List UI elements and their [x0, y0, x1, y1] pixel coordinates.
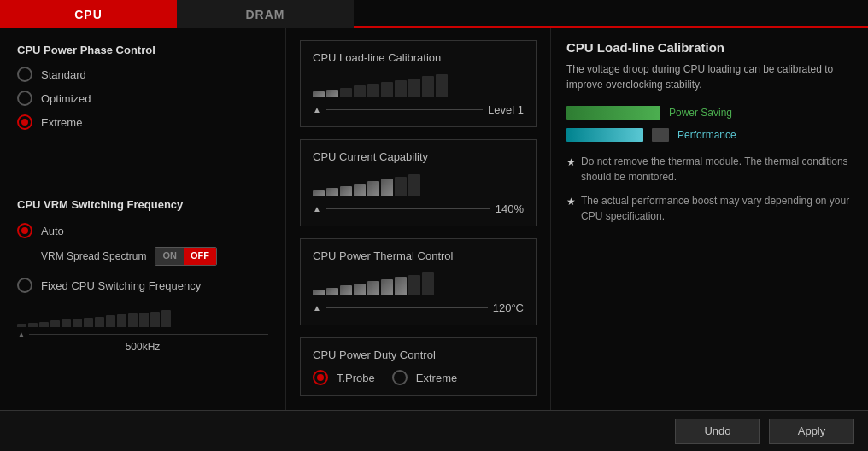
- thermal-staircase: [313, 271, 524, 295]
- vrm-spread-toggle[interactable]: ON OFF: [155, 247, 217, 266]
- load-line-block: CPU Load-line Calibration ▲ Level 1: [300, 40, 537, 127]
- right-panel: CPU Load-line Calibration The voltage dr…: [551, 28, 868, 410]
- note-1-text: Do not remove the thermal module. The th…: [581, 154, 853, 184]
- right-desc: The voltage droop during CPU loading can…: [566, 62, 853, 92]
- note-2-text: The actual performance boost may vary de…: [581, 193, 853, 224]
- phase-extreme-radio[interactable]: [17, 114, 32, 130]
- toggle-off-btn[interactable]: OFF: [184, 248, 216, 265]
- phase-standard-item[interactable]: Standard: [17, 67, 268, 82]
- freq-value: 500kHz: [17, 341, 268, 353]
- note-2-star: ★: [566, 194, 576, 209]
- current-cap-arrow-icon: ▲: [313, 204, 321, 214]
- freq-staircase: [17, 303, 268, 327]
- middle-panel: CPU Load-line Calibration ▲ Level 1 CPU …: [286, 28, 551, 410]
- tab-dram[interactable]: DRAM: [177, 0, 354, 28]
- duty-extreme-label: Extreme: [416, 372, 457, 384]
- legend-power-saving: Power Saving: [566, 106, 853, 120]
- load-line-title: CPU Load-line Calibration: [313, 51, 524, 64]
- vrm-title: CPU VRM Switching Frequency: [17, 198, 268, 211]
- toggle-on-btn[interactable]: ON: [155, 248, 184, 265]
- tab-bar: CPU DRAM: [0, 0, 868, 28]
- apply-button[interactable]: Apply: [769, 419, 854, 444]
- note-2: ★ The actual performance boost may vary …: [566, 193, 853, 224]
- current-cap-block: CPU Current Capability ▲ 140%: [300, 139, 537, 226]
- phase-standard-radio[interactable]: [17, 67, 32, 82]
- performance-bar-gray: [652, 128, 669, 142]
- power-saving-label: Power Saving: [669, 107, 732, 119]
- phase-control-group: Standard Optimized Extreme: [17, 67, 268, 130]
- tab-cpu-label: CPU: [74, 8, 103, 21]
- thermal-value: 120°C: [493, 302, 524, 314]
- vrm-auto-label: Auto: [41, 225, 64, 237]
- duty-extreme-radio[interactable]: [392, 370, 408, 385]
- duty-block: CPU Power Duty Control T.Probe Extreme: [300, 337, 537, 396]
- freq-slider-row: ▲ 500kHz: [17, 303, 268, 353]
- current-cap-value: 140%: [496, 202, 524, 215]
- notes-section: ★ Do not remove the thermal module. The …: [566, 154, 853, 224]
- duty-tprobe-item[interactable]: T.Probe: [313, 370, 375, 385]
- power-saving-bar: [566, 106, 660, 120]
- duty-title: CPU Power Duty Control: [313, 348, 524, 361]
- duty-tprobe-radio[interactable]: [313, 370, 328, 385]
- thermal-arrow-icon: ▲: [313, 303, 321, 313]
- left-panel: CPU Power Phase Control Standard Optimiz…: [0, 28, 286, 410]
- bottom-bar: Undo Apply: [0, 410, 868, 451]
- current-cap-title: CPU Current Capability: [313, 150, 524, 163]
- tab-cpu[interactable]: CPU: [0, 0, 177, 28]
- vrm-auto-radio[interactable]: [17, 223, 32, 238]
- phase-extreme-label: Extreme: [41, 116, 82, 129]
- vrm-spread-row: VRM Spread Spectrum ON OFF: [41, 247, 268, 266]
- thermal-block: CPU Power Thermal Control ▲ 120°C: [300, 238, 537, 325]
- phase-optimized-radio[interactable]: [17, 91, 32, 106]
- thermal-title: CPU Power Thermal Control: [313, 249, 524, 262]
- undo-button[interactable]: Undo: [675, 419, 760, 444]
- phase-standard-label: Standard: [41, 68, 86, 81]
- duty-tprobe-label: T.Probe: [337, 372, 375, 384]
- performance-bar: [566, 128, 643, 142]
- freq-arrow-icon: ▲: [17, 330, 26, 339]
- vrm-auto-item[interactable]: Auto: [17, 223, 268, 238]
- performance-label: Performance: [677, 129, 736, 141]
- right-title: CPU Load-line Calibration: [566, 40, 853, 55]
- duty-extreme-item[interactable]: Extreme: [392, 370, 457, 385]
- load-line-staircase: [313, 73, 524, 97]
- vrm-spread-label: VRM Spread Spectrum: [41, 250, 146, 262]
- current-cap-staircase: [313, 172, 524, 196]
- phase-control-title: CPU Power Phase Control: [17, 44, 268, 56]
- duty-options-row: T.Probe Extreme: [313, 370, 524, 385]
- load-line-arrow-icon: ▲: [313, 105, 321, 114]
- phase-optimized-item[interactable]: Optimized: [17, 91, 268, 106]
- main-content: CPU Power Phase Control Standard Optimiz…: [0, 28, 868, 410]
- phase-extreme-item[interactable]: Extreme: [17, 114, 268, 130]
- note-1-star: ★: [566, 155, 576, 170]
- legend-performance: Performance: [566, 128, 853, 142]
- load-line-value: Level 1: [488, 103, 524, 116]
- phase-optimized-label: Optimized: [41, 92, 91, 105]
- fixed-freq-item[interactable]: Fixed CPU Switching Frequency: [17, 278, 268, 293]
- note-1: ★ Do not remove the thermal module. The …: [566, 154, 853, 184]
- fixed-freq-label: Fixed CPU Switching Frequency: [41, 279, 201, 292]
- fixed-freq-radio[interactable]: [17, 278, 32, 293]
- tab-dram-label: DRAM: [246, 8, 285, 21]
- vrm-section: CPU VRM Switching Frequency Auto VRM Spr…: [17, 198, 268, 353]
